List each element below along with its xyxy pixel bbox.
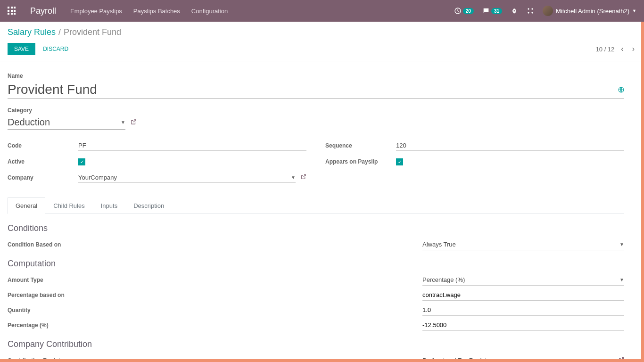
pager: 10 / 12 ‹ › <box>596 45 636 53</box>
amount-type-label: Amount Type <box>8 277 422 283</box>
appears-checkbox[interactable]: ✓ <box>396 158 403 165</box>
user-name: Mitchell Admin (Sreenath2) <box>556 8 629 15</box>
chevron-down-icon: ▼ <box>619 277 624 282</box>
pager-text: 10 / 12 <box>596 46 615 53</box>
condition-based-label: Condition Based on <box>8 241 422 248</box>
condition-based-select[interactable]: Always True ▼ <box>422 239 624 250</box>
company-select[interactable]: YourCompany ▼ <box>78 173 296 183</box>
tab-child-rules[interactable]: Child Rules <box>45 197 92 214</box>
chevron-down-icon: ▼ <box>291 175 296 180</box>
amount-type-value: Percentage (%) <box>422 276 465 283</box>
clock-icon <box>454 7 462 15</box>
quantity-field: Quantity <box>8 304 624 316</box>
external-link-icon[interactable] <box>130 119 137 127</box>
company-contrib-title: Company Contribution <box>8 339 624 349</box>
breadcrumb-sep: / <box>58 27 61 37</box>
pager-prev[interactable]: ‹ <box>619 45 625 53</box>
tab-description[interactable]: Description <box>125 197 172 214</box>
avatar <box>543 6 553 16</box>
control-panel-buttons: Save Discard <box>8 43 72 55</box>
control-panel: Salary Rules / Provident Fund Save Disca… <box>0 22 644 61</box>
code-input[interactable] <box>78 140 306 151</box>
globe-icon[interactable] <box>618 87 624 94</box>
top-navbar: Payroll Employee Payslips Payslips Batch… <box>0 0 644 22</box>
company-select-wrap: YourCompany ▼ <box>78 173 306 183</box>
left-column: Code Active ✓ Company YourCompany ▼ <box>8 140 306 188</box>
apps-icon[interactable] <box>8 7 16 15</box>
name-input[interactable] <box>8 81 624 99</box>
breadcrumb: Salary Rules / Provident Fund <box>8 27 636 37</box>
messages-button[interactable]: 31 <box>482 7 502 15</box>
company-value: YourCompany <box>78 174 117 181</box>
nav-configuration[interactable]: Configuration <box>191 8 228 15</box>
active-checkbox[interactable]: ✓ <box>78 158 85 165</box>
nav-employee-payslips[interactable]: Employee Payslips <box>70 8 122 15</box>
bug-icon[interactable] <box>511 7 518 15</box>
quantity-input[interactable] <box>422 304 624 316</box>
right-column: Sequence Appears on Payslip ✓ <box>325 140 624 188</box>
control-panel-bottom: Save Discard 10 / 12 ‹ › <box>8 43 636 55</box>
breadcrumb-current: Provident Fund <box>64 27 121 37</box>
active-label: Active <box>8 158 78 165</box>
activity-badge: 20 <box>463 8 474 14</box>
pager-next[interactable]: › <box>630 45 636 53</box>
navbar-left: Payroll Employee Payslips Payslips Batch… <box>8 6 228 16</box>
category-select[interactable]: Deduction ▼ <box>8 115 125 130</box>
orange-strip <box>641 22 644 362</box>
conditions-title: Conditions <box>8 223 624 233</box>
tab-inputs[interactable]: Inputs <box>93 197 125 214</box>
activity-button[interactable]: 20 <box>454 7 474 15</box>
breadcrumb-parent[interactable]: Salary Rules <box>8 27 56 37</box>
company-field: Company YourCompany ▼ <box>8 172 306 183</box>
chevron-down-icon: ▼ <box>632 8 636 13</box>
percentage-based-field: Percentage based on <box>8 289 624 301</box>
discard-button[interactable]: Discard <box>39 43 72 55</box>
appears-label: Appears on Payslip <box>325 158 396 165</box>
category-field-wrap: Category Deduction ▼ <box>8 107 624 130</box>
orange-bottom <box>0 359 644 362</box>
navbar-right: 20 31 Mitchell Admin (Sreenath2) ▼ <box>454 6 636 16</box>
pct-based-input[interactable] <box>422 289 624 301</box>
amount-type-select[interactable]: Percentage (%) ▼ <box>422 274 624 286</box>
condition-based-value: Always True <box>422 241 456 248</box>
user-menu[interactable]: Mitchell Admin (Sreenath2) ▼ <box>543 6 636 16</box>
company-label: Company <box>8 174 78 181</box>
category-value: Deduction <box>8 117 50 128</box>
pct-based-label: Percentage based on <box>8 292 422 298</box>
app-brand[interactable]: Payroll <box>30 6 56 16</box>
tab-general[interactable]: General <box>8 197 45 214</box>
chevron-down-icon: ▼ <box>619 242 624 247</box>
name-field-wrap: Name <box>8 73 624 99</box>
amount-type-field: Amount Type Percentage (%) ▼ <box>8 274 624 286</box>
active-field: Active ✓ <box>8 156 306 167</box>
percentage-field: Percentage (%) <box>8 320 624 331</box>
tabs: General Child Rules Inputs Description <box>8 197 624 214</box>
form-sheet: Name Category Deduction ▼ Code Active <box>0 61 632 362</box>
sequence-label: Sequence <box>325 142 396 149</box>
tools-icon[interactable] <box>527 7 534 15</box>
sequence-input[interactable] <box>396 140 624 151</box>
nav-payslips-batches[interactable]: Payslips Batches <box>133 8 180 15</box>
messages-badge: 31 <box>491 8 502 14</box>
save-button[interactable]: Save <box>8 43 35 55</box>
chevron-down-icon: ▼ <box>121 120 125 125</box>
tab-content-general: Conditions Condition Based on Always Tru… <box>8 223 624 362</box>
code-field: Code <box>8 140 306 151</box>
condition-based-field: Condition Based on Always True ▼ <box>8 239 624 250</box>
nav-links: Employee Payslips Payslips Batches Confi… <box>70 8 228 15</box>
category-select-row: Deduction ▼ <box>8 115 624 130</box>
code-label: Code <box>8 142 78 149</box>
external-link-icon[interactable] <box>300 174 306 181</box>
quantity-label: Quantity <box>8 307 422 313</box>
computation-title: Computation <box>8 259 624 269</box>
percentage-label: Percentage (%) <box>8 322 422 329</box>
category-label: Category <box>8 107 624 114</box>
sequence-field: Sequence <box>325 140 624 151</box>
two-column-fields: Code Active ✓ Company YourCompany ▼ <box>8 140 624 188</box>
percentage-input[interactable] <box>422 320 624 331</box>
chat-icon <box>482 7 490 15</box>
name-label: Name <box>8 73 624 79</box>
appears-field: Appears on Payslip ✓ <box>325 156 624 167</box>
